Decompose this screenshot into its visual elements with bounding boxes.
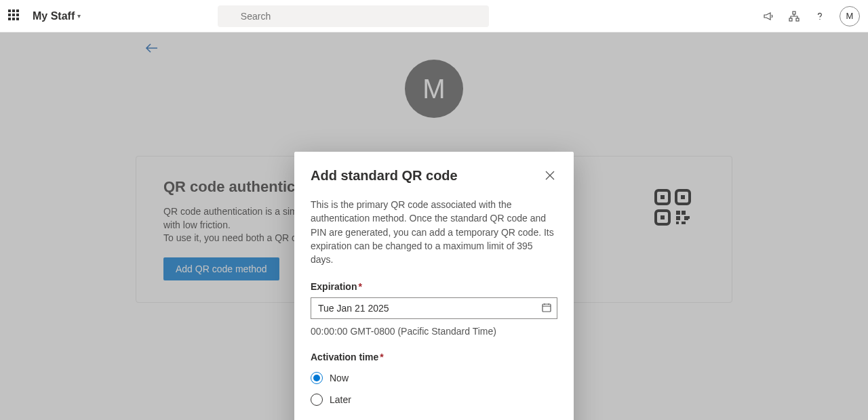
radio-later-label: Later bbox=[330, 394, 351, 405]
modal-title: Add standard QR code bbox=[311, 168, 458, 184]
radio-now-label: Now bbox=[330, 373, 349, 383]
add-qr-modal: Add standard QR code This is the primary… bbox=[294, 152, 574, 420]
calendar-icon[interactable] bbox=[541, 302, 552, 316]
activation-label: Activation time* bbox=[311, 352, 557, 362]
radio-icon bbox=[311, 394, 323, 406]
timezone-text: 00:00:00 GMT-0800 (Pacific Standard Time… bbox=[311, 326, 557, 337]
chevron-down-icon[interactable]: ▾ bbox=[77, 12, 81, 20]
expiration-input[interactable] bbox=[311, 297, 557, 319]
app-name[interactable]: My Staff bbox=[33, 10, 75, 22]
radio-later[interactable]: Later bbox=[311, 394, 557, 406]
svg-rect-3 bbox=[789, 18, 792, 21]
svg-point-5 bbox=[819, 18, 820, 19]
close-icon[interactable] bbox=[542, 168, 557, 186]
page-body: M QR code authentication method QR code … bbox=[0, 33, 868, 420]
user-avatar[interactable]: M bbox=[840, 6, 860, 26]
svg-rect-19 bbox=[542, 304, 551, 312]
search-input[interactable] bbox=[218, 5, 489, 27]
radio-now[interactable]: Now bbox=[311, 372, 557, 384]
help-icon[interactable] bbox=[814, 10, 826, 22]
expiration-label: Expiration* bbox=[311, 281, 557, 292]
svg-rect-4 bbox=[796, 18, 799, 21]
megaphone-icon[interactable] bbox=[762, 10, 774, 22]
top-bar: My Staff ▾ M bbox=[0, 0, 868, 33]
org-chart-icon[interactable] bbox=[788, 10, 800, 22]
svg-rect-2 bbox=[793, 12, 795, 14]
app-launcher-icon[interactable] bbox=[8, 9, 22, 23]
modal-description: This is the primary QR code associated w… bbox=[311, 198, 557, 266]
radio-icon bbox=[311, 372, 323, 384]
